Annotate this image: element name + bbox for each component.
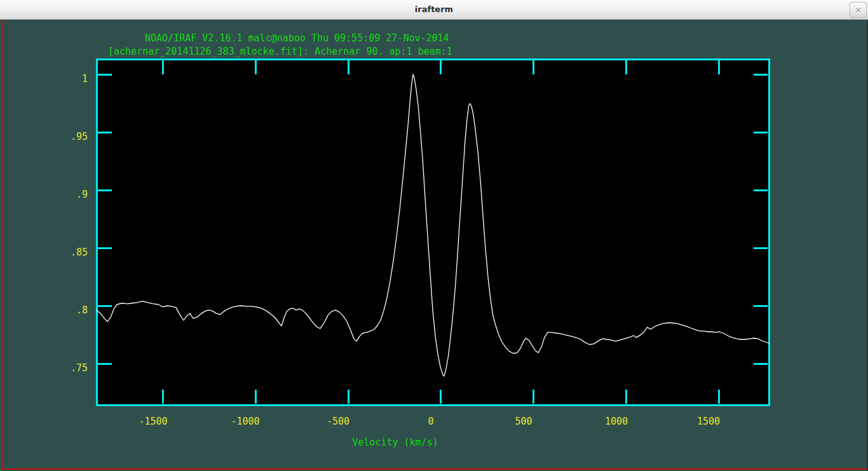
x-tick-label: -1000 [217,416,274,427]
plot-header-line1: NOAO/IRAF V2.16.1 malc@naboo Thu 09:55:0… [145,32,449,44]
x-tick-label: -1500 [125,416,182,427]
y-tick-label: .85 [25,247,88,258]
window-border-bottom [1,468,868,470]
x-tick-label: 0 [402,416,459,427]
y-tick-label: .95 [25,131,88,142]
close-button[interactable]: ✕ [850,2,867,18]
x-tick-label: -500 [309,416,367,427]
window-border-left [1,20,3,469]
y-tick-label: .75 [25,362,88,374]
x-axis-title: Velocity (km/s) [332,437,459,448]
x-tick-label: 1000 [588,416,645,427]
y-tick-label: 1 [25,73,88,85]
y-tick-label: .8 [25,304,88,316]
irafterm-window: irafterm ✕ NOAO/IRAF V2.16.1 malc@naboo … [0,0,868,471]
spectrum-plot[interactable] [95,58,770,406]
x-tick-label: 1500 [680,416,737,427]
graphics-terminal-area: NOAO/IRAF V2.16.1 malc@naboo Thu 09:55:0… [0,20,868,471]
plot-header-line2: [achernar_20141126_383_mlocke.fit]: Ache… [108,46,452,57]
x-tick-label: 500 [495,416,552,427]
title-bar[interactable]: irafterm ✕ [0,0,868,20]
y-tick-label: .9 [25,189,88,200]
window-title: irafterm [0,4,868,14]
close-icon: ✕ [855,6,861,14]
